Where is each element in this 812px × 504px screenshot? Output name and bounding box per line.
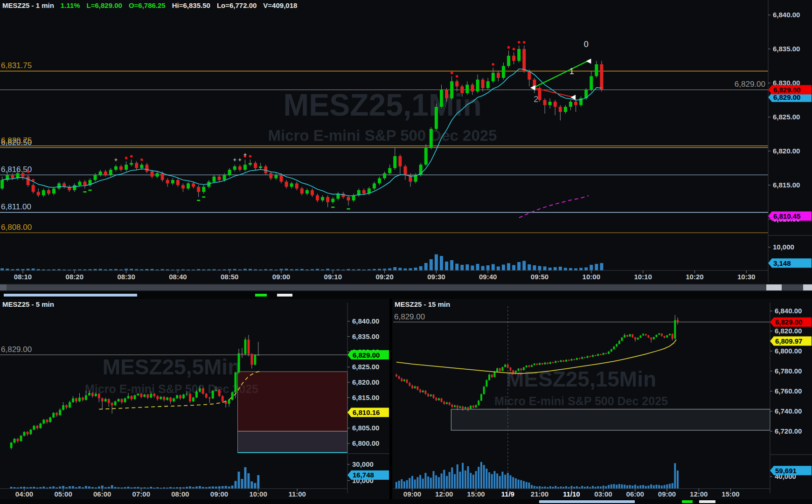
- time-axis-label: 10:10: [634, 273, 652, 281]
- time-axis-label: 15:00: [467, 490, 485, 498]
- time-axis-label: 11/9: [501, 490, 514, 498]
- price-axis-label: 6,820.00: [352, 378, 379, 386]
- price-axis[interactable]: 6,840.006,835.006,830.006,825.006,820.00…: [768, 0, 812, 283]
- pivot-plus-mark: +: [233, 157, 236, 163]
- symbol-period-label: MESZ25 - 1 min: [2, 1, 54, 9]
- time-axis-label: 09:50: [531, 273, 548, 281]
- price-lines: 6,831.756,829.006,820.506,820.756,816.50…: [0, 61, 768, 233]
- sell-signal-dot: [513, 48, 515, 51]
- sell-signal-dot: [456, 75, 458, 78]
- chart-panel-15min[interactable]: MESZ25 - 15 min MESZ25,15MinMicro E-mini…: [392, 299, 812, 499]
- volume-bars: [0, 255, 603, 271]
- time-axis-label: 03:00: [594, 490, 612, 498]
- indicator-line: [519, 196, 589, 218]
- horizontal-scrollbar[interactable]: [0, 283, 812, 291]
- swing-arrow-icon: [586, 59, 591, 64]
- price-tag: 6,829.00: [768, 85, 812, 95]
- price-axis-label: 6,820.00: [773, 147, 800, 155]
- price-axis-label: 6,825.00: [773, 113, 800, 121]
- volume-bars: [396, 462, 679, 489]
- chart-header-5min: MESZ25 - 5 min: [2, 300, 61, 308]
- sell-signal-dot: [27, 170, 29, 173]
- volume-axis-label: 10,000: [773, 243, 794, 251]
- price-axis-label: 6,720.00: [775, 427, 802, 435]
- scrollbar-left-block[interactable]: [0, 284, 7, 290]
- price-tag: 16,748: [347, 470, 389, 480]
- time-axis-label: 08:30: [117, 273, 135, 281]
- time-axis-label: 11/10: [563, 490, 580, 498]
- chart-panel-1min[interactable]: MESZ25 - 1 min1.11%L=6,829.00O=6,786.25H…: [0, 0, 812, 283]
- price-line-label: 6,829.00: [735, 80, 765, 89]
- shaded-zone-box: [451, 409, 770, 430]
- buy-signal-dash: [202, 196, 205, 198]
- price-axis-label: 6,835.00: [352, 332, 379, 340]
- price-tag-text: 3,148: [773, 259, 791, 267]
- shaded-zone-box: [238, 431, 347, 453]
- shaded-zone-box: [238, 372, 347, 431]
- wave-degree-label: 0: [584, 40, 589, 49]
- price-tag-text: 6,810.45: [773, 212, 800, 220]
- price-tag: 6,829.00: [770, 318, 812, 327]
- buy-signal-dash: [83, 191, 86, 193]
- time-axis-label: 15:00: [722, 490, 739, 498]
- buy-signal-dash: [347, 208, 350, 210]
- time-axis-label: 09:30: [427, 273, 445, 281]
- price-axis-label: 6,780.00: [775, 367, 802, 375]
- chart-canvas-15min[interactable]: MESZ25,15MinMicro E-mini S&P 500 Dec 202…: [392, 299, 812, 499]
- watermark-title: MESZ25,5Min: [103, 355, 241, 379]
- chart-canvas-1min[interactable]: MESZ25,1MinMicro E-mini S&P 500 Dec 2025…: [0, 0, 812, 283]
- price-axis-label: 6,820.00: [775, 327, 802, 335]
- watermark-subtitle: Micro E-mini S&P 500 Dec 2025: [494, 394, 668, 407]
- scrollbar-track[interactable]: [0, 284, 812, 290]
- watermark: MESZ25,15MinMicro E-mini S&P 500 Dec 202…: [494, 367, 668, 407]
- price-line-label: 6,829.00: [1, 345, 32, 354]
- buy-signal-dash: [197, 200, 200, 201]
- volume-bars: [10, 467, 260, 489]
- time-axis-label: 10:00: [583, 273, 600, 281]
- price-axis-label: 6,815.00: [773, 181, 800, 189]
- time-axis-label: 09:00: [272, 273, 290, 281]
- panel-splitter[interactable]: [0, 291, 812, 299]
- chart-canvas-5min[interactable]: MESZ25,5MinMicro E-mini S&P 500 Dec 2025…: [0, 299, 389, 499]
- status-bar-segment: [255, 294, 267, 297]
- time-axis[interactable]: 08:1008:2008:3008:4008:5009:0009:1009:20…: [0, 270, 768, 281]
- status-bar-segment: [682, 500, 693, 503]
- time-axis-label: 12:00: [435, 490, 453, 498]
- price-tag-text: 6,829.00: [773, 86, 800, 94]
- chart-header-1min: MESZ25 - 1 min1.11%L=6,829.00O=6,786.25H…: [2, 1, 304, 9]
- pivot-plus-mark: +: [114, 157, 118, 163]
- price-axis-label: 6,840.00: [773, 11, 800, 19]
- change-percent-label: 1.11%: [61, 1, 80, 9]
- time-axis-label: 10:30: [737, 273, 755, 281]
- buy-signal-dash: [89, 190, 92, 191]
- price-line-label: 6,831.75: [1, 61, 32, 70]
- scrollbar-right-block[interactable]: [803, 284, 812, 290]
- pivot-plus-mark: +: [243, 152, 247, 158]
- status-bar-segment: [277, 294, 292, 297]
- price-tag: 59,691: [770, 466, 812, 475]
- watermark: MESZ25,1MinMicro E-mini S&P 500 Dec 2025: [268, 88, 497, 144]
- scrollbar-thumb[interactable]: [766, 284, 782, 290]
- time-axis-label: 09:10: [324, 273, 342, 281]
- price-axis-label: 6,760.00: [775, 387, 802, 395]
- status-bar-segment: [539, 500, 635, 503]
- symbol-period-label: MESZ25 - 5 min: [2, 300, 54, 308]
- time-axis[interactable]: 09:0012:0015:0011/921:0011/1003:0006:000…: [393, 489, 770, 498]
- sell-signal-dot: [523, 41, 526, 44]
- chart-panel-5min[interactable]: MESZ25 - 5 min MESZ25,5MinMicro E-mini S…: [0, 299, 389, 499]
- trend-line: [534, 60, 591, 88]
- price-axis[interactable]: 6,840.006,835.006,830.006,825.006,820.00…: [347, 303, 389, 493]
- chart-header-15min: MESZ25 - 15 min: [395, 300, 457, 308]
- symbol-period-label: MESZ25 - 15 min: [395, 300, 450, 308]
- price-tag-text: 16,748: [353, 471, 374, 479]
- price-tag: 6,809.97: [770, 337, 812, 346]
- low-price-label: Lo=6,772.00: [217, 1, 257, 9]
- wave-degree-label: 2: [534, 95, 538, 104]
- price-axis-label: 6,825.00: [352, 363, 379, 371]
- time-axis-label: 10:20: [686, 273, 703, 281]
- price-line-label: 6,816.50: [1, 165, 32, 174]
- sell-signal-dot: [125, 157, 128, 159]
- time-axis[interactable]: 04:0005:0006:0007:0008:0009:0010:0011:00: [0, 489, 347, 498]
- price-lines: 6,829.00: [0, 345, 347, 355]
- price-axis[interactable]: 6,840.006,820.006,800.006,780.006,760.00…: [770, 303, 812, 493]
